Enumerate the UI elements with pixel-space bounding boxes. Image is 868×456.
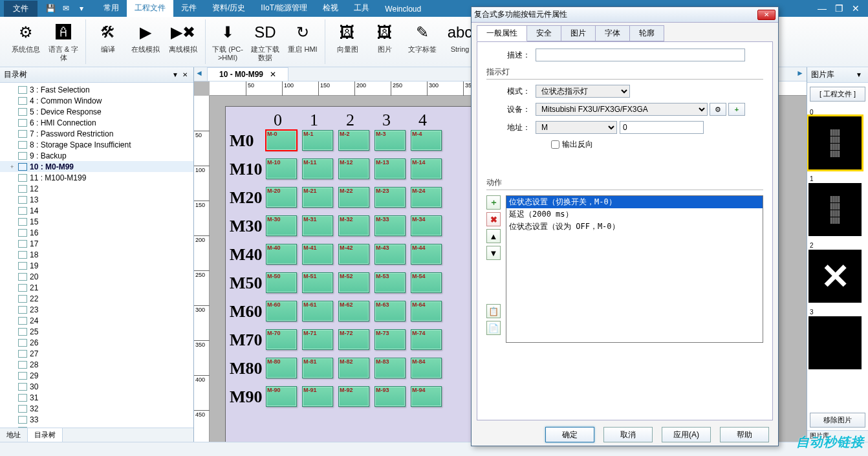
paste-action-button[interactable]: 📄 — [486, 321, 501, 335]
button-component[interactable]: M-13 — [374, 158, 406, 179]
button-component[interactable]: M-61 — [302, 301, 333, 321]
button-component[interactable]: M-81 — [302, 358, 333, 378]
button-component[interactable]: M-73 — [374, 329, 406, 350]
button-component[interactable]: M-53 — [374, 272, 406, 293]
tree-item[interactable]: 19 — [0, 260, 193, 271]
save-icon[interactable]: 💾 — [44, 3, 57, 14]
button-component[interactable]: M-14 — [411, 158, 442, 179]
button-component[interactable]: M-64 — [411, 301, 442, 321]
dialog-tab[interactable]: 图片 — [561, 25, 596, 41]
tree-item[interactable]: 23 — [0, 304, 193, 315]
button-component[interactable]: M-43 — [374, 244, 406, 265]
dialog-tab[interactable]: 轮廓 — [629, 25, 664, 41]
tree-item[interactable]: 33 — [0, 414, 193, 425]
button-component[interactable]: M-24 — [411, 187, 442, 208]
button-component[interactable]: M-32 — [338, 215, 369, 236]
ribbon-button[interactable]: 🅰语言 & 字体 — [45, 19, 81, 64]
close-panel-icon[interactable]: ✕ — [180, 71, 190, 78]
ribbon-button[interactable]: ▶在线模拟 — [127, 19, 164, 64]
reverse-checkbox[interactable] — [551, 140, 559, 149]
addr-value-input[interactable] — [620, 121, 704, 134]
library-thumbnail[interactable] — [808, 116, 862, 169]
device-config-icon[interactable]: ⚙ — [710, 103, 726, 116]
ribbon-button[interactable]: ⬇下载 (PC->HMI) — [210, 19, 246, 64]
next-tab-icon[interactable]: ► — [796, 69, 805, 78]
button-component[interactable]: M-20 — [266, 187, 297, 208]
ribbon-button[interactable]: SD建立下载数据 — [247, 19, 283, 64]
button-component[interactable]: M-60 — [266, 301, 297, 321]
tree-item[interactable]: 20 — [0, 271, 193, 282]
button-component[interactable]: M-80 — [266, 358, 297, 378]
button-component[interactable]: M-10 — [266, 158, 297, 179]
ribbon-button[interactable]: ↻重启 HMI — [285, 19, 321, 64]
tree-item[interactable]: +10 : M0-M99 — [0, 161, 193, 172]
action-item[interactable]: 延迟（2000 ms） — [506, 208, 763, 221]
button-component[interactable]: M-33 — [374, 215, 406, 236]
actions-list[interactable]: 位状态设置（切换开关，M-0）延迟（2000 ms）位状态设置（设为 OFF，M… — [506, 195, 763, 343]
dialog-close-icon[interactable]: ✕ — [757, 10, 776, 20]
tree-item[interactable]: 27 — [0, 348, 193, 359]
left-bottom-tab[interactable]: 地址 — [0, 428, 28, 442]
minimize-icon[interactable]: — — [815, 3, 829, 14]
tree-item[interactable]: 28 — [0, 359, 193, 370]
button-component[interactable]: M-44 — [411, 244, 442, 265]
library-thumbnail[interactable] — [808, 183, 862, 236]
ribbon-tab[interactable]: IIoT/能源管理 — [253, 0, 315, 17]
ribbon-button[interactable]: 🖼图片 — [367, 19, 403, 64]
button-component[interactable]: M-93 — [374, 386, 406, 407]
thumbnail-list[interactable]: 012✕3 — [807, 108, 868, 410]
button-component[interactable]: M-52 — [338, 272, 369, 293]
dialog-tab[interactable]: 一般属性 — [477, 25, 527, 41]
tree-item[interactable]: 7 : Password Restriction — [0, 128, 193, 139]
tree-item[interactable]: 4 : Common Window — [0, 95, 193, 106]
library-thumbnail[interactable] — [808, 316, 862, 369]
restore-icon[interactable]: ❐ — [832, 3, 846, 14]
tree-item[interactable]: 12 — [0, 183, 193, 194]
dialog-tab[interactable]: 安全 — [526, 25, 561, 41]
ok-button[interactable]: 确定 — [545, 427, 594, 442]
button-component[interactable]: M-34 — [411, 215, 442, 236]
remove-picture-button[interactable]: 移除图片 — [810, 413, 865, 428]
ribbon-tab[interactable]: 工具 — [346, 0, 377, 17]
ribbon-tab[interactable]: 常用 — [96, 0, 127, 17]
project-file-button[interactable]: [ 工程文件 ] — [810, 87, 865, 102]
dialog-titlebar[interactable]: 复合式多功能按钮元件属性 ✕ — [472, 7, 778, 23]
button-component[interactable]: M-71 — [302, 329, 333, 350]
button-component[interactable]: M-51 — [302, 272, 333, 293]
move-down-button[interactable]: ▼ — [486, 246, 501, 260]
prev-tab-icon[interactable]: ◄ — [195, 69, 204, 78]
tree-item[interactable]: 32 — [0, 403, 193, 414]
desc-input[interactable] — [536, 49, 745, 61]
button-component[interactable]: M-92 — [338, 386, 369, 407]
tree-item[interactable]: 18 — [0, 249, 193, 260]
tree-item[interactable]: 5 : Device Response — [0, 106, 193, 117]
button-component[interactable]: M-50 — [266, 272, 297, 293]
button-component[interactable]: M-63 — [374, 301, 406, 321]
ribbon-tab[interactable]: 资料/历史 — [204, 0, 253, 17]
button-component[interactable]: M-21 — [302, 187, 333, 208]
file-menu[interactable]: 文件 — [4, 1, 38, 17]
button-component[interactable]: M-72 — [338, 329, 369, 350]
close-tab-icon[interactable]: ✕ — [270, 70, 276, 79]
pin-icon[interactable]: ▼ — [854, 71, 864, 78]
move-up-button[interactable]: ▲ — [486, 229, 501, 243]
mail-icon[interactable]: ✉ — [60, 3, 72, 14]
mode-select[interactable]: 位状态指示灯 — [536, 85, 630, 98]
tree-item[interactable]: 26 — [0, 337, 193, 348]
button-component[interactable]: M-84 — [411, 358, 442, 378]
addr-type-select[interactable]: M — [536, 121, 617, 134]
button-component[interactable]: M-70 — [266, 329, 297, 350]
ribbon-button[interactable]: ⚙系统信息 — [8, 19, 44, 64]
tree-item[interactable]: 3 : Fast Selection — [0, 84, 193, 95]
button-component[interactable]: M-82 — [338, 358, 369, 378]
left-bottom-tab[interactable]: 目录树 — [28, 428, 63, 442]
tree-item[interactable]: 13 — [0, 194, 193, 205]
button-component[interactable]: M-41 — [302, 244, 333, 265]
cancel-button[interactable]: 取消 — [603, 427, 653, 442]
button-component[interactable]: M-83 — [374, 358, 406, 378]
tree-item[interactable]: 6 : HMI Connection — [0, 117, 193, 128]
ribbon-tab[interactable]: 检视 — [315, 0, 346, 17]
tree-item[interactable]: 8 : Storage Space Insufficient — [0, 139, 193, 150]
dropdown-icon[interactable]: ▾ — [75, 3, 88, 14]
ribbon-tab[interactable]: 元件 — [173, 0, 204, 17]
